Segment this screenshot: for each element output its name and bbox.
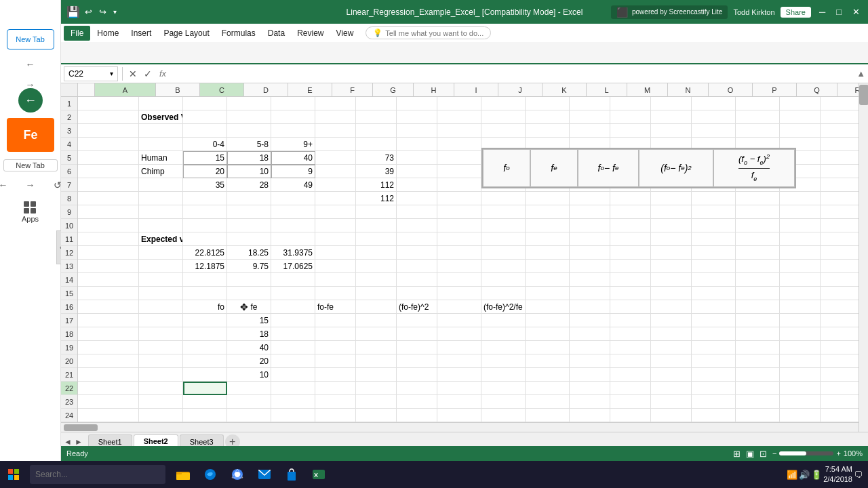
cell-P12[interactable] xyxy=(736,246,780,260)
cell-E24[interactable] xyxy=(271,409,315,422)
col-header-E[interactable]: E xyxy=(288,83,332,96)
cell-Q18[interactable] xyxy=(780,327,821,341)
cell-F10[interactable] xyxy=(315,219,356,232)
cell-B16[interactable] xyxy=(139,300,183,314)
cell-M24[interactable] xyxy=(610,409,651,422)
menu-review[interactable]: Review xyxy=(292,26,329,41)
col-header-H[interactable]: H xyxy=(414,83,454,96)
col-header-P[interactable]: P xyxy=(753,83,797,96)
cell-L13[interactable] xyxy=(570,260,610,273)
cell-N17[interactable] xyxy=(651,314,692,327)
cell-D15[interactable] xyxy=(227,287,271,300)
cell-E17[interactable] xyxy=(271,314,315,327)
row-num-17[interactable]: 17 xyxy=(61,314,77,327)
cell-Q8[interactable] xyxy=(780,192,821,205)
cell-F15[interactable] xyxy=(315,287,356,300)
cell-P15[interactable] xyxy=(736,287,780,300)
cell-G3[interactable] xyxy=(356,124,397,138)
cell-P2[interactable] xyxy=(736,110,780,124)
cell-R20[interactable] xyxy=(821,354,861,368)
cell-C6[interactable]: 20 xyxy=(183,165,227,178)
cell-B11[interactable]: Expected values xyxy=(139,232,183,246)
share-button[interactable]: Share xyxy=(781,7,811,18)
cell-B20[interactable] xyxy=(139,354,183,368)
cell-K20[interactable] xyxy=(526,354,570,368)
cell-C4[interactable]: 0-4 xyxy=(183,138,227,151)
cell-R21[interactable] xyxy=(821,368,861,382)
cell-D11[interactable] xyxy=(227,232,271,246)
cell-F6[interactable] xyxy=(315,165,356,178)
cell-R17[interactable] xyxy=(821,314,861,327)
col-header-Q[interactable]: Q xyxy=(797,83,837,96)
cell-E22[interactable] xyxy=(271,382,315,395)
cell-F20[interactable] xyxy=(315,354,356,368)
cell-C1[interactable] xyxy=(183,97,227,110)
cell-B23[interactable] xyxy=(139,395,183,409)
cell-M16[interactable] xyxy=(610,300,651,314)
cell-E3[interactable] xyxy=(271,124,315,138)
cell-C10[interactable] xyxy=(183,219,227,232)
cell-B14[interactable] xyxy=(139,273,183,287)
taskbar-store[interactable] xyxy=(279,461,304,488)
cell-I18[interactable] xyxy=(437,327,481,341)
cell-J15[interactable] xyxy=(481,287,526,300)
cell-M17[interactable] xyxy=(610,314,651,327)
formula-expand[interactable]: ▲ xyxy=(856,68,865,79)
cell-H10[interactable] xyxy=(397,219,437,232)
cell-L19[interactable] xyxy=(570,341,610,354)
cell-P24[interactable] xyxy=(736,409,780,422)
cell-B9[interactable] xyxy=(139,205,183,219)
col-header-D[interactable]: D xyxy=(244,83,288,96)
cell-J13[interactable] xyxy=(481,260,526,273)
row-num-23[interactable]: 23 xyxy=(61,395,77,409)
cell-H8[interactable] xyxy=(397,192,437,205)
row-num-7[interactable]: 7 xyxy=(61,178,77,192)
cell-B22[interactable] xyxy=(139,382,183,395)
cell-A20[interactable] xyxy=(78,354,139,368)
cell-F4[interactable] xyxy=(315,138,356,151)
cell-R11[interactable] xyxy=(821,232,861,246)
cell-P3[interactable] xyxy=(736,124,780,138)
cell-Q17[interactable] xyxy=(780,314,821,327)
cell-H17[interactable] xyxy=(397,314,437,327)
cell-C3[interactable] xyxy=(183,124,227,138)
cell-K1[interactable] xyxy=(526,97,570,110)
cell-A3[interactable] xyxy=(78,124,139,138)
sheet-scroll-right[interactable]: ► xyxy=(75,437,83,447)
row-num-20[interactable]: 20 xyxy=(61,354,77,368)
cell-E19[interactable] xyxy=(271,341,315,354)
col-header-O[interactable]: O xyxy=(709,83,753,96)
cell-C21[interactable] xyxy=(183,368,227,382)
cell-B8[interactable] xyxy=(139,192,183,205)
cell-G13[interactable] xyxy=(356,260,397,273)
cell-K23[interactable] xyxy=(526,395,570,409)
row-num-14[interactable]: 14 xyxy=(61,273,77,287)
cell-O1[interactable] xyxy=(692,97,736,110)
cell-P14[interactable] xyxy=(736,273,780,287)
cell-H19[interactable] xyxy=(397,341,437,354)
cell-M9[interactable] xyxy=(610,205,651,219)
cell-N18[interactable] xyxy=(651,327,692,341)
cell-G19[interactable] xyxy=(356,341,397,354)
cell-J18[interactable] xyxy=(481,327,526,341)
cell-C8[interactable] xyxy=(183,192,227,205)
vertical-scrollbar[interactable] xyxy=(859,83,868,432)
cell-D20[interactable]: 20 xyxy=(227,354,271,368)
row-num-11[interactable]: 11 xyxy=(61,232,77,246)
cell-I7[interactable] xyxy=(437,178,481,192)
cell-L9[interactable] xyxy=(570,205,610,219)
cell-B19[interactable] xyxy=(139,341,183,354)
cell-Q23[interactable] xyxy=(780,395,821,409)
row-num-19[interactable]: 19 xyxy=(61,341,77,354)
cell-B4[interactable] xyxy=(139,138,183,151)
cell-K8[interactable] xyxy=(526,192,570,205)
cell-I3[interactable] xyxy=(437,124,481,138)
taskbar-clock[interactable]: 7:54 AM 2/4/2018 xyxy=(823,464,852,485)
cell-K16[interactable] xyxy=(526,300,570,314)
cell-C19[interactable] xyxy=(183,341,227,354)
cell-A24[interactable] xyxy=(78,409,139,422)
taskbar-edge[interactable] xyxy=(198,461,222,488)
cell-M13[interactable] xyxy=(610,260,651,273)
cell-F12[interactable] xyxy=(315,246,356,260)
cell-K17[interactable] xyxy=(526,314,570,327)
